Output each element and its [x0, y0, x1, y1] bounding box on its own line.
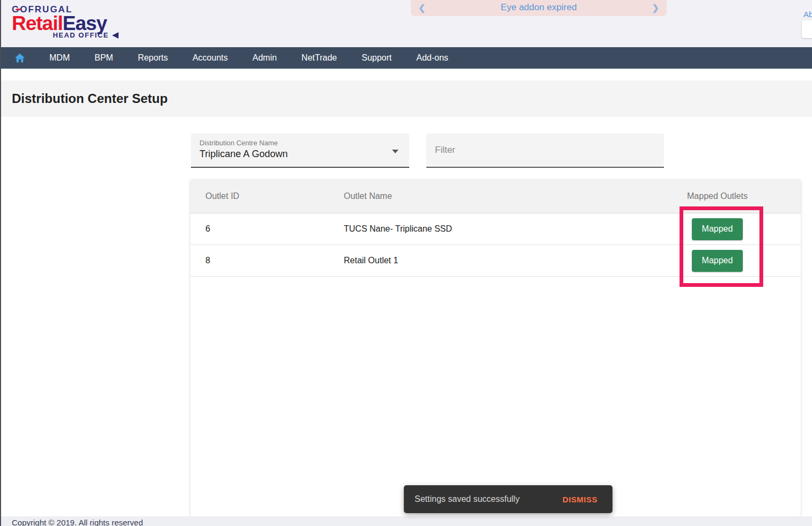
- nav-item-accounts[interactable]: Accounts: [184, 47, 237, 69]
- banner-prev-icon[interactable]: ❮: [418, 2, 425, 14]
- main-navbar: MDM BPM Reports Accounts Admin NetTrade …: [0, 47, 812, 69]
- top-header: GOFRUGAL RetailEasy HEAD OFFICE ❮ Eye ad…: [0, 0, 812, 47]
- col-header-outlet-name: Outlet Name: [344, 191, 687, 201]
- page-title: Distribution Center Setup: [12, 91, 168, 106]
- outlet-id-cell: 8: [205, 256, 344, 265]
- gofrugal-wordmark: GOFRUGAL: [12, 4, 135, 15]
- distribution-centre-select[interactable]: Distribution Centre Name Triplicane A Go…: [191, 134, 409, 168]
- banner-message: Eye addon expired: [411, 2, 667, 13]
- footer: Copyright © 2019. All rights reserved: [0, 516, 812, 526]
- head-office-label: HEAD OFFICE: [12, 31, 122, 39]
- col-header-outlet-id: Outlet ID: [205, 191, 344, 201]
- nav-item-nettrade[interactable]: NetTrade: [293, 47, 345, 69]
- col-header-mapped-outlets: Mapped Outlets: [687, 191, 786, 201]
- window-edge: [0, 0, 1, 526]
- nav-item-bpm[interactable]: BPM: [86, 47, 122, 69]
- chevron-down-icon: [392, 150, 398, 153]
- table-row: 6 TUCS Nane- Triplicane SSD Mapped: [190, 213, 801, 245]
- table-header-row: Outlet ID Outlet Name Mapped Outlets: [190, 180, 801, 213]
- nav-item-support[interactable]: Support: [353, 47, 400, 69]
- outlet-name-cell: Retail Outlet 1: [344, 256, 687, 265]
- copyright-text: Copyright © 2019. All rights reserved: [12, 518, 143, 526]
- nav-item-reports[interactable]: Reports: [129, 47, 176, 69]
- banner-next-icon[interactable]: ❯: [652, 2, 659, 14]
- page-heading-band: Distribution Center Setup: [0, 80, 812, 117]
- mapped-button[interactable]: Mapped: [692, 250, 743, 272]
- table-row: 8 Retail Outlet 1 Mapped: [190, 245, 801, 277]
- nav-item-mdm[interactable]: MDM: [41, 47, 78, 69]
- outlet-name-cell: TUCS Nane- Triplicane SSD: [344, 224, 687, 234]
- outlet-table-card: Outlet ID Outlet Name Mapped Outlets 6 T…: [190, 180, 801, 516]
- nav-item-addons[interactable]: Add-ons: [408, 47, 457, 69]
- header-overflow-panel: [802, 20, 812, 38]
- distribution-centre-label: Distribution Centre Name: [191, 134, 409, 147]
- toast-message: Settings saved successfully: [415, 494, 520, 504]
- nav-item-admin[interactable]: Admin: [244, 47, 285, 69]
- distribution-centre-value: Triplicane A Godown: [191, 147, 409, 160]
- about-link-partial[interactable]: Ab: [803, 10, 812, 19]
- outlet-id-cell: 6: [205, 224, 344, 234]
- dismiss-button[interactable]: DISMISS: [563, 495, 597, 504]
- mapped-button[interactable]: Mapped: [692, 218, 743, 240]
- toast-notification: Settings saved successfully DISMISS: [404, 485, 612, 513]
- home-icon[interactable]: [14, 52, 26, 64]
- product-wordmark: RetailEasy: [12, 14, 135, 33]
- addon-expired-banner: ❮ Eye addon expired ❯: [411, 0, 667, 16]
- retaileasy-logo: GOFRUGAL RetailEasy HEAD OFFICE: [12, 4, 135, 39]
- filter-input[interactable]: [426, 134, 664, 168]
